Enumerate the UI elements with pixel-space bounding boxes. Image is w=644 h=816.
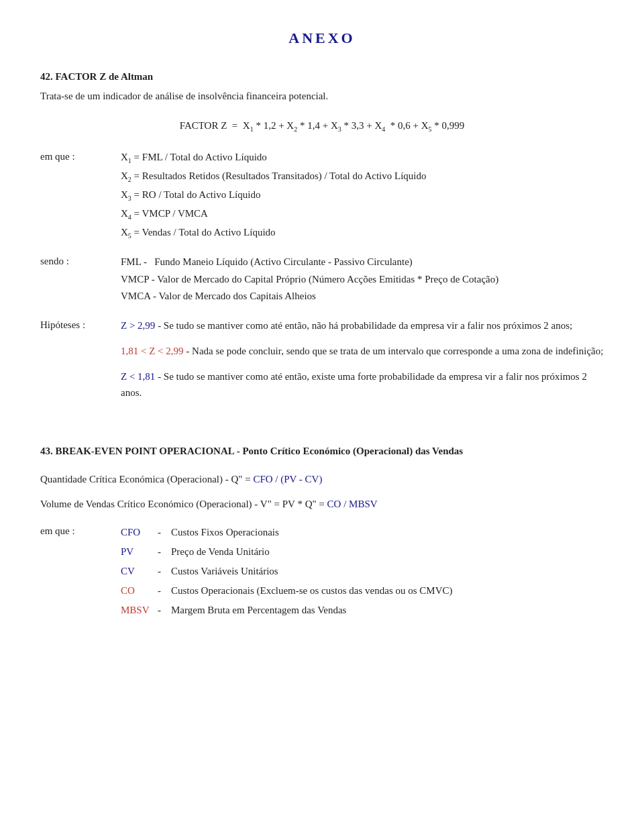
section-43-title-text: BREAK-EVEN POINT OPERACIONAL [56, 446, 234, 456]
emque-co: CO - Custos Operacionais (Excluem-se os … [121, 582, 604, 600]
hipotese-3-text: - Se tudo se mantiver como até então, ex… [121, 371, 587, 398]
volume-label: Volume de Vendas Crítico Económico (Oper… [40, 499, 327, 509]
def-x2: X2 = Resultados Retidos (Resultados Tran… [121, 168, 604, 185]
page-title: ANEXO [40, 27, 604, 49]
section43-emque-label: em que : [40, 523, 121, 621]
hipotese-2: 1,81 < Z < 2,99 - Nada se pode concluir,… [121, 343, 604, 359]
abbr-cv: CV [121, 562, 158, 580]
section-43-number: 43. [40, 446, 53, 456]
altman-formula: FACTOR Z = X1 * 1,2 + X2 * 1,4 + X3 * 3,… [40, 118, 604, 134]
def-x5: X5 = Vendas / Total do Activo Líquido [121, 224, 604, 242]
abbr-cfo: CFO [121, 523, 158, 542]
hipotese-3-condition: Z < 1,81 [121, 371, 155, 382]
def-x1: X1 = FML / Total do Activo Líquido [121, 149, 604, 166]
sendo-block: sendo : FML - Fundo Maneio Líquido (Acti… [40, 254, 604, 305]
abbr-pv: PV [121, 543, 158, 561]
section-42: 42. FACTOR Z de Altman Trata-se de um in… [40, 69, 604, 410]
hipotese-2-condition: 1,81 < Z < 2,99 [121, 346, 184, 356]
section-42-title: FACTOR Z de Altman [56, 71, 154, 82]
quantidade-line: Quantidade Crítica Económica (Operaciona… [40, 472, 604, 487]
sendo-content: FML - Fundo Maneio Líquido (Activo Circu… [121, 254, 604, 305]
emque-pv: PV - Preço de Venda Unitário [121, 543, 604, 561]
desc-pv: Preço de Venda Unitário [171, 543, 604, 561]
definitions-block: em que : X1 = FML / Total do Activo Líqu… [40, 149, 604, 243]
volume-formula: CO / MBSV [327, 499, 378, 509]
section43-emque-block: em que : CFO - Custos Fixos Operacionais… [40, 523, 604, 621]
abbr-co: CO [121, 582, 158, 600]
sendo-vmca: VMCA - Valor de Mercado dos Capitais Alh… [121, 288, 604, 305]
quantidade-label: Quantidade Crítica Económica (Operaciona… [40, 474, 253, 484]
def-x4: X4 = VMCP / VMCA [121, 205, 604, 223]
emque-mbsv: MBSV - Margem Bruta em Percentagem das V… [121, 601, 604, 619]
sendo-fml: FML - Fundo Maneio Líquido (Activo Circu… [121, 254, 604, 271]
desc-mbsv: Margem Bruta em Percentagem das Vendas [171, 601, 604, 619]
section43-emque-content: CFO - Custos Fixos Operacionais PV - Pre… [121, 523, 604, 621]
hipotese-2-text: - Nada se pode concluir, sendo que se tr… [184, 346, 604, 356]
emque-cv: CV - Custos Variáveis Unitários [121, 562, 604, 580]
section-43-heading: 43. BREAK-EVEN POINT OPERACIONAL - Ponto… [40, 444, 604, 459]
definitions-content: X1 = FML / Total do Activo Líquido X2 = … [121, 149, 604, 243]
hipoteses-block: Hipóteses : Z > 2,99 - Se tudo se mantiv… [40, 317, 604, 410]
hipotese-1-text: - Se tudo se mantiver como até então, nã… [155, 320, 572, 331]
emque-label: em que : [40, 149, 121, 243]
desc-co: Custos Operacionais (Excluem-se os custo… [171, 582, 604, 600]
hipotese-1: Z > 2,99 - Se tudo se mantiver como até … [121, 317, 604, 334]
sendo-vmcp: VMCP - Valor de Mercado do Capital Própr… [121, 271, 604, 289]
sendo-label: sendo : [40, 254, 121, 305]
section-42-heading: 42. FACTOR Z de Altman [40, 69, 604, 85]
emque-cfo: CFO - Custos Fixos Operacionais [121, 523, 604, 542]
section-42-number: 42. [40, 71, 53, 82]
desc-cv: Custos Variáveis Unitários [171, 562, 604, 580]
section-43-heading-suffix: - Ponto Crítico Económico (Operacional) … [237, 446, 464, 456]
abbr-mbsv: MBSV [121, 601, 158, 619]
section-42-subtitle: Trata-se de um indicador de análise de i… [40, 89, 604, 104]
volume-line: Volume de Vendas Crítico Económico (Oper… [40, 497, 604, 512]
hipotese-3: Z < 1,81 - Se tudo se mantiver como até … [121, 368, 604, 401]
quantidade-formula: CFO / (PV - CV) [253, 474, 322, 484]
hipotese-1-condition: Z > 2,99 [121, 320, 155, 331]
def-x3: X3 = RO / Total do Activo Líquido [121, 187, 604, 204]
desc-cfo: Custos Fixos Operacionais [171, 523, 604, 542]
section-43: 43. BREAK-EVEN POINT OPERACIONAL - Ponto… [40, 444, 604, 621]
hipoteses-content: Z > 2,99 - Se tudo se mantiver como até … [121, 317, 604, 410]
hipoteses-label: Hipóteses : [40, 317, 121, 410]
